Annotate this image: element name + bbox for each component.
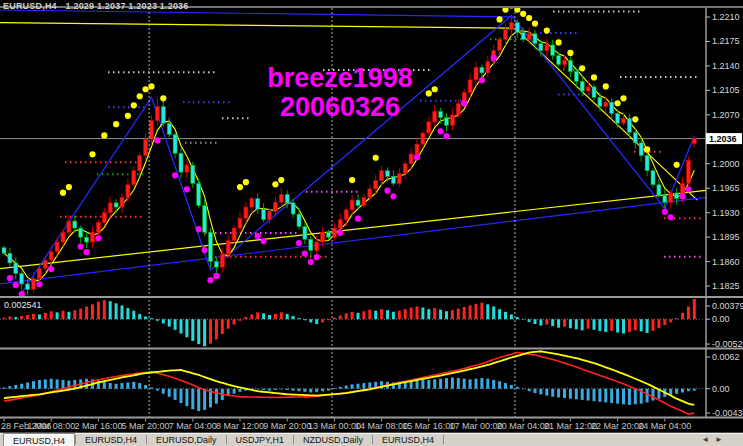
swing-high-dot	[615, 100, 621, 106]
swing-high-dot	[160, 95, 166, 101]
swing-low-dot	[355, 216, 361, 222]
swing-high-dot	[620, 95, 626, 101]
indicator1-value-label: 0.002541	[4, 300, 42, 310]
swing-low-dot	[668, 214, 674, 220]
svg-text:1.1930: 1.1930	[712, 208, 740, 218]
svg-text:1.2105: 1.2105	[712, 85, 740, 95]
time-axis-label: 17 Mar 00:00	[449, 421, 502, 431]
swing-high-dot	[497, 16, 503, 22]
svg-text:0.0062: 0.0062	[712, 352, 740, 362]
swing-high-dot	[272, 181, 278, 187]
chart-title: EURUSD,H4 1.2029 1.2037 1.2023 1.2036	[3, 1, 189, 11]
swing-high-dot	[113, 121, 119, 127]
swing-low-dot	[679, 193, 685, 199]
swing-high-dot	[373, 155, 379, 161]
swing-low-dot	[491, 55, 497, 61]
svg-text:1.2175: 1.2175	[712, 36, 740, 46]
swing-low-dot	[302, 251, 308, 257]
time-axis-label: 20 Mar 04:00	[497, 421, 550, 431]
swing-high-dot	[603, 83, 609, 89]
swing-low-dot	[48, 266, 54, 272]
time-axis-label: 14 Mar 08:00	[355, 421, 408, 431]
swing-low-dot	[479, 77, 485, 83]
swing-low-dot	[414, 154, 420, 160]
tab-separator	[443, 435, 444, 444]
chart-tab-4-nzdusd-daily[interactable]: NZDUSD,Daily	[294, 433, 372, 446]
time-axis-label: 21 Mar 12:00	[544, 421, 597, 431]
swing-high-dot	[526, 15, 532, 21]
swing-high-dot	[243, 179, 249, 185]
swing-low-dot	[36, 281, 42, 287]
swing-high-dot	[426, 90, 432, 96]
time-axis-label: 9 Mar 20:00	[263, 421, 311, 431]
swing-high-dot	[432, 86, 438, 92]
swing-low-dot	[95, 235, 101, 241]
swing-high-dot	[349, 177, 355, 183]
chart-tab-2-eurusd-daily[interactable]: EURUSD,Daily	[147, 433, 226, 446]
bid-price-value: 1.2036	[709, 134, 737, 144]
swing-low-dot	[184, 186, 190, 192]
chart-tab-3-usdjpy-h1[interactable]: USDJPY,H1	[227, 433, 293, 446]
swing-low-dot	[172, 172, 178, 178]
swing-high-dot	[131, 102, 137, 108]
time-axis-label: 7 Mar 04:00	[169, 421, 217, 431]
swing-low-dot	[255, 233, 261, 239]
chart-tab-5-eurusd-h4[interactable]: EURUSD,H4	[373, 433, 443, 446]
swing-low-dot	[207, 277, 213, 283]
svg-text:-0.00438: -0.00438	[712, 408, 743, 418]
svg-text:1.1965: 1.1965	[712, 183, 740, 193]
swing-low-dot	[196, 226, 202, 232]
swing-low-dot	[78, 244, 84, 250]
time-axis-label: 5 Mar 20:00	[122, 421, 170, 431]
svg-text:1.1860: 1.1860	[712, 257, 740, 267]
swing-low-dot	[337, 230, 343, 236]
svg-text:1.2000: 1.2000	[712, 159, 740, 169]
swing-low-dot	[685, 186, 691, 192]
time-axis-label: 24 Mar 04:00	[638, 421, 691, 431]
swing-high-dot	[532, 20, 538, 26]
swing-high-dot	[125, 113, 131, 119]
swing-high-dot	[89, 151, 95, 157]
swing-low-dot	[154, 137, 160, 143]
chart-tab-0-eurusd-h4[interactable]: EURUSD,H4	[3, 433, 75, 446]
time-axis-label: 15 Mar 16:00	[402, 421, 455, 431]
svg-text:0.003795: 0.003795	[712, 301, 743, 311]
swing-high-dot	[544, 27, 550, 33]
time-axis-label: 1 Mar 08:00	[27, 421, 75, 431]
tab-scroll-right-icon[interactable]: ►	[715, 435, 729, 444]
chart-tab-bar: EURUSD,H4EURUSD,H4EURUSD,DailyUSDJPY,H1N…	[0, 432, 743, 446]
swing-high-dot	[60, 190, 66, 196]
chart-tab-1-eurusd-h4[interactable]: EURUSD,H4	[76, 433, 146, 446]
swing-high-dot	[66, 184, 72, 190]
swing-low-dot	[461, 100, 467, 106]
svg-text:1.2070: 1.2070	[712, 110, 740, 120]
swing-high-dot	[591, 74, 597, 80]
swing-high-dot	[520, 11, 526, 17]
svg-text:0.00: 0.00	[712, 384, 730, 394]
swing-high-dot	[644, 146, 650, 152]
swing-low-dot	[296, 240, 302, 246]
svg-text:0.00: 0.00	[712, 314, 730, 324]
time-axis-label: 13 Mar 00:00	[308, 421, 361, 431]
swing-low-dot	[438, 128, 444, 134]
swing-high-dot	[101, 132, 107, 138]
time-axis: 28 Feb 20061 Mar 08:002 Mar 16:005 Mar 2…	[1, 419, 691, 432]
time-axis-label: 22 Mar 20:00	[591, 421, 644, 431]
time-axis-label: 2 Mar 16:00	[74, 421, 122, 431]
time-axis-label: 8 Mar 12:00	[216, 421, 264, 431]
svg-text:1.2140: 1.2140	[712, 61, 740, 71]
swing-high-dot	[278, 177, 284, 183]
swing-high-dot	[674, 162, 680, 168]
svg-text:1.2210: 1.2210	[712, 12, 740, 22]
svg-text:1.1895: 1.1895	[712, 232, 740, 242]
swing-low-dot	[213, 273, 219, 279]
swing-high-dot	[137, 93, 143, 99]
chart-canvas[interactable]: 1.22101.21751.21401.21051.20701.20001.19…	[0, 0, 743, 432]
swing-low-dot	[443, 133, 449, 139]
chart-ohlc-values: 1.2029 1.2037 1.2023 1.2036	[66, 1, 189, 11]
swing-high-dot	[237, 184, 243, 190]
tab-scroll-left-icon[interactable]: ◄	[701, 435, 715, 444]
swing-low-dot	[390, 193, 396, 199]
tab-scroll-arrows: ◄►	[701, 435, 729, 444]
swing-high-dot	[579, 65, 585, 71]
